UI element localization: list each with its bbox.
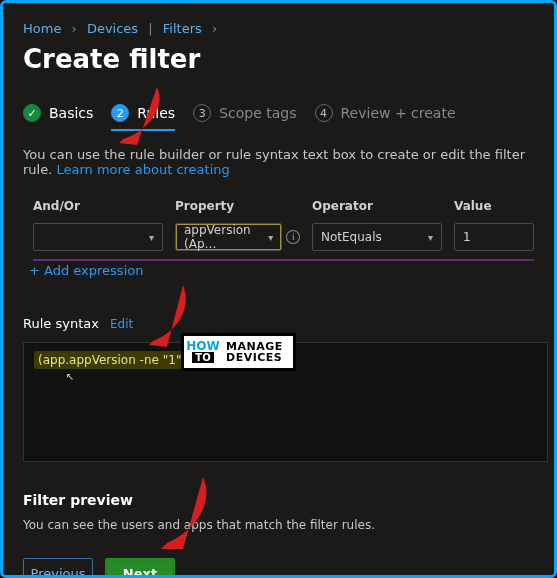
step-review-create[interactable]: 4 Review + create	[315, 104, 456, 122]
col-value: Value	[454, 199, 534, 213]
chevron-down-icon: ▾	[428, 232, 433, 243]
step-label: Scope tags	[219, 105, 296, 121]
property-value: appVersion (Ap…	[184, 223, 268, 251]
rule-row: ▾ appVersion (Ap… ▾ i NotEquals ▾	[23, 219, 534, 251]
check-icon: ✓	[23, 104, 41, 122]
breadcrumb-filters[interactable]: Filters	[163, 21, 202, 36]
step-number-icon: 2	[111, 104, 129, 122]
filter-preview-desc: You can see the users and apps that matc…	[23, 518, 534, 532]
rule-syntax-edit[interactable]: Edit	[110, 317, 133, 331]
wizard-steps: ✓ Basics 2 Rules 3 Scope tags 4 Review +…	[23, 104, 534, 129]
col-andor: And/Or	[33, 199, 163, 213]
next-button[interactable]: Next	[105, 558, 175, 578]
intro-text: You can use the rule builder or rule syn…	[23, 147, 534, 177]
step-number-icon: 4	[315, 104, 333, 122]
step-label: Rules	[137, 105, 175, 121]
add-expression-link[interactable]: + Add expression	[29, 263, 143, 278]
rule-grid-header: And/Or Property Operator Value	[23, 191, 534, 219]
breadcrumb: Home › Devices | Filters ›	[23, 21, 534, 36]
chevron-right-icon: ›	[212, 21, 217, 36]
step-number-icon: 3	[193, 104, 211, 122]
col-operator: Operator	[312, 199, 442, 213]
breadcrumb-devices[interactable]: Devices	[87, 21, 138, 36]
step-basics[interactable]: ✓ Basics	[23, 104, 93, 122]
learn-more-link[interactable]: Learn more about creating	[56, 162, 229, 177]
chevron-down-icon: ▾	[149, 232, 154, 243]
page-title: Create filter	[23, 44, 534, 74]
info-icon[interactable]: i	[286, 230, 300, 244]
value-input[interactable]	[454, 223, 534, 251]
watermark-line2: DEVICES	[226, 352, 283, 363]
step-rules[interactable]: 2 Rules	[111, 104, 175, 122]
watermark-badge: HOW TO MANAGE DEVICES	[181, 333, 296, 371]
divider-icon: |	[148, 21, 152, 36]
rule-syntax-expression: (app.appVersion -ne "1")	[34, 351, 190, 369]
filter-preview-title: Filter preview	[23, 492, 534, 508]
rule-syntax-label: Rule syntax	[23, 316, 99, 331]
property-select[interactable]: appVersion (Ap… ▾	[175, 223, 282, 251]
step-label: Review + create	[341, 105, 456, 121]
watermark-how: HOW	[186, 341, 219, 352]
operator-select[interactable]: NotEquals ▾	[312, 223, 442, 251]
watermark-to: TO	[192, 352, 213, 363]
chevron-down-icon: ▾	[268, 232, 273, 243]
chevron-right-icon: ›	[72, 21, 77, 36]
andor-select[interactable]: ▾	[33, 223, 163, 251]
breadcrumb-home[interactable]: Home	[23, 21, 61, 36]
step-scope-tags[interactable]: 3 Scope tags	[193, 104, 296, 122]
operator-value: NotEquals	[321, 230, 382, 244]
cursor-icon: ↖	[66, 371, 537, 382]
step-label: Basics	[49, 105, 93, 121]
app-window: Home › Devices | Filters › Create filter…	[0, 0, 557, 578]
col-property: Property	[175, 199, 300, 213]
previous-button[interactable]: Previous	[23, 558, 93, 578]
